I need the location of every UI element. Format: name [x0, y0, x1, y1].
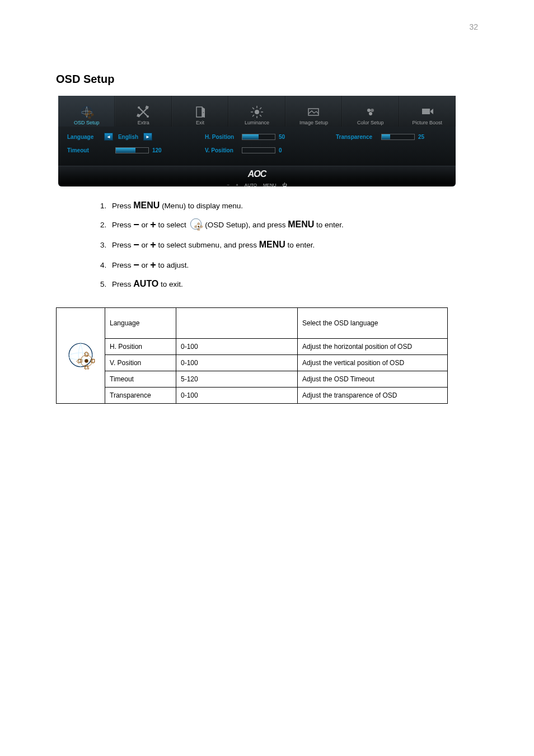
- tab-label: Extra: [138, 120, 149, 125]
- table-cell-name: Timeout: [105, 371, 176, 388]
- setting-hposition: H. Position 50: [179, 132, 336, 141]
- table-cell-desc: Adjust the vertical position of OSD: [298, 355, 448, 371]
- table-cell-values: 5-120: [176, 371, 298, 388]
- tab-exit[interactable]: Exit: [172, 96, 228, 127]
- table-cell-values: [176, 308, 298, 339]
- table-cell-values: 0-100: [176, 339, 298, 355]
- table-row: V. Position 0-100 Adjust the vertical po…: [57, 355, 448, 371]
- svg-rect-30: [422, 109, 430, 114]
- tab-picture-boost[interactable]: Picture Boost: [399, 96, 456, 127]
- language-prev-button[interactable]: ◄: [104, 133, 113, 141]
- setting-language: Language ◄ English ►: [67, 132, 179, 141]
- osd-footer: AOC − + AUTO MENU ⏻: [58, 166, 456, 186]
- svg-line-22: [252, 108, 254, 109]
- tab-label: Luminance: [245, 120, 269, 125]
- instruction-step: Press − or + to adjust.: [109, 255, 451, 275]
- svg-line-23: [260, 115, 261, 116]
- footer-menu-label: MENU: [263, 183, 277, 187]
- tab-luminance[interactable]: Luminance: [228, 96, 285, 127]
- brand-logo: AOC: [248, 169, 266, 179]
- transparence-slider[interactable]: [381, 134, 415, 140]
- table-cell-desc: Select the OSD language: [298, 308, 448, 339]
- svg-point-28: [371, 109, 374, 112]
- color-dots-icon: [363, 105, 378, 119]
- tab-label: Color Setup: [357, 120, 384, 125]
- footer-auto-label: AUTO: [245, 183, 257, 187]
- tab-label: Exit: [196, 120, 204, 125]
- table-icon-cell: [57, 308, 105, 404]
- setting-transparence: Transparence 25: [336, 132, 442, 141]
- table-row: Timeout 5-120 Adjust the OSD Timeout: [57, 371, 448, 388]
- auto-key: AUTO: [133, 275, 158, 293]
- svg-point-29: [369, 112, 372, 115]
- hposition-slider[interactable]: [242, 134, 275, 140]
- exit-door-icon: [193, 105, 208, 119]
- setting-label: Timeout: [67, 147, 101, 153]
- instructions: Press MENU (Menu) to display menu. Press…: [93, 197, 451, 293]
- svg-rect-14: [137, 114, 140, 117]
- menu-key: MENU: [133, 197, 160, 214]
- setting-label: Transparence: [336, 134, 378, 140]
- footer-plus-icon: +: [236, 183, 238, 187]
- instruction-step: Press − or + to select submenu, and pres…: [109, 235, 451, 255]
- instruction-step: Press AUTO to exit.: [109, 275, 451, 293]
- language-value: English: [116, 134, 140, 140]
- timeout-value: 120: [152, 147, 166, 153]
- setting-label: V. Position: [205, 147, 238, 153]
- table-cell-name: H. Position: [105, 339, 176, 355]
- vposition-value: 0: [279, 147, 292, 153]
- svg-rect-15: [196, 107, 202, 117]
- tab-osd-setup[interactable]: OSD Setup: [58, 96, 115, 127]
- setting-label: H. Position: [205, 134, 238, 140]
- menu-key: MENU: [259, 236, 285, 254]
- svg-point-27: [367, 109, 371, 112]
- instruction-step: Press MENU (Menu) to display menu.: [109, 197, 451, 214]
- table-row: H. Position 0-100 Adjust the horizontal …: [57, 339, 448, 355]
- minus-symbol: −: [133, 239, 139, 250]
- tools-x-icon: [136, 105, 151, 119]
- page-number: 32: [469, 22, 478, 31]
- svg-rect-13: [146, 105, 149, 109]
- setting-timeout: Timeout 120: [67, 146, 179, 155]
- table-cell-name: Language: [105, 308, 176, 339]
- picture-boost-icon: [420, 105, 434, 119]
- table-cell-desc: Adjust the OSD Timeout: [298, 371, 448, 388]
- setting-vposition: V. Position 0: [179, 146, 336, 155]
- table-row: Transparence 0-100 Adjust the transparen…: [57, 388, 448, 404]
- transparence-value: 25: [418, 134, 432, 140]
- hposition-value: 50: [279, 134, 292, 140]
- plus-symbol: +: [150, 219, 156, 230]
- footer-minus-icon: −: [227, 183, 230, 187]
- table-cell-values: 0-100: [176, 355, 298, 371]
- globe-gear-icon: [189, 217, 203, 231]
- svg-point-16: [203, 112, 204, 113]
- sun-icon: [250, 105, 264, 119]
- osd-body: Language ◄ English ► Timeout 120 H. Posi…: [58, 127, 456, 166]
- table-cell-values: 0-100: [176, 388, 298, 404]
- footer-power-icon: ⏻: [282, 183, 287, 187]
- minus-symbol: −: [133, 259, 139, 270]
- minus-symbol: −: [133, 219, 139, 230]
- settings-table: Language Select the OSD language H. Posi…: [56, 307, 448, 404]
- tab-label: OSD Setup: [74, 120, 100, 125]
- plus-symbol: +: [150, 259, 156, 270]
- instruction-step: Press − or + to select (OSD Setup), and …: [109, 214, 451, 235]
- svg-line-25: [252, 115, 254, 116]
- table-cell-name: V. Position: [105, 355, 176, 371]
- section-title: OSD Setup: [56, 73, 478, 86]
- svg-point-12: [147, 115, 149, 118]
- vposition-slider[interactable]: [242, 147, 275, 153]
- tab-color-setup[interactable]: Color Setup: [342, 96, 399, 127]
- tab-extra[interactable]: Extra: [115, 96, 171, 127]
- plus-symbol: +: [150, 239, 156, 250]
- table-cell-desc: Adjust the transparence of OSD: [298, 388, 448, 404]
- language-next-button[interactable]: ►: [143, 133, 152, 141]
- osd-panel: OSD Setup Extra Exit Luminance Image Set…: [58, 96, 456, 186]
- tab-label: Picture Boost: [412, 120, 442, 125]
- tab-image-setup[interactable]: Image Setup: [285, 96, 342, 127]
- svg-point-17: [255, 110, 259, 114]
- image-setup-icon: [306, 105, 321, 119]
- table-cell-desc: Adjust the horizontal position of OSD: [298, 339, 448, 355]
- setting-label: Language: [67, 134, 101, 140]
- timeout-slider[interactable]: [115, 147, 149, 153]
